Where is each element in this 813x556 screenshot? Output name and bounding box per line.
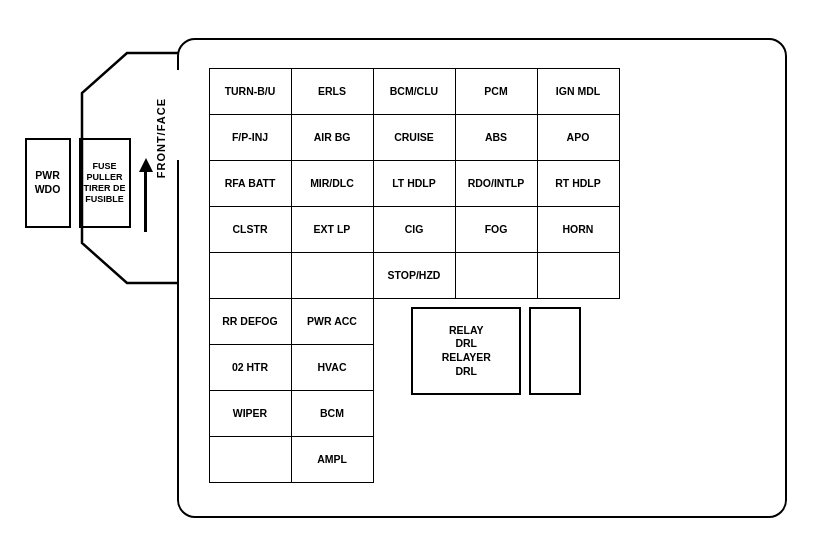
cell-apo: APO <box>537 115 619 161</box>
cell-stop-hzd: STOP/HZD <box>373 253 455 299</box>
cell-empty-r9c1 <box>209 437 291 483</box>
fuse-diagram: PWR WDO FUSE PULLERTIRER DEFUSIBLE FRONT… <box>17 18 797 538</box>
cell-pwr-acc: PWR ACC <box>291 299 373 345</box>
arrow-indicator <box>139 158 153 232</box>
cell-turn-bu: TURN-B/U <box>209 69 291 115</box>
small-relay-box <box>529 307 581 395</box>
cell-fog: FOG <box>455 207 537 253</box>
cell-ign-mdl: IGN MDL <box>537 69 619 115</box>
main-fuse-box: TURN-B/U ERLS BCM/CLU PCM IGN MDL F/P-IN… <box>177 38 787 518</box>
front-face-label: FRONT/FACE <box>155 98 167 178</box>
cell-clstr: CLSTR <box>209 207 291 253</box>
arrow-head <box>139 158 153 172</box>
fuse-puller-box: FUSE PULLERTIRER DEFUSIBLE <box>79 138 131 228</box>
cell-cruise: CRUISE <box>373 115 455 161</box>
cell-ampl: AMPL <box>291 437 373 483</box>
pwr-wdo-label: PWR WDO <box>27 169 69 196</box>
cell-empty-r5c1 <box>209 253 291 299</box>
cell-rt-hdlp: RT HDLP <box>537 161 619 207</box>
cell-rr-defog: RR DEFOG <box>209 299 291 345</box>
cell-cig: CIG <box>373 207 455 253</box>
cell-hvac: HVAC <box>291 345 373 391</box>
fuse-puller-label: FUSE PULLERTIRER DEFUSIBLE <box>81 161 129 204</box>
arrow-shaft <box>144 172 147 232</box>
cell-rfa-batt: RFA BATT <box>209 161 291 207</box>
cell-air-bg: AIR BG <box>291 115 373 161</box>
cell-mir-dlc: MIR/DLC <box>291 161 373 207</box>
cell-horn: HORN <box>537 207 619 253</box>
cell-bcm-clu: BCM/CLU <box>373 69 455 115</box>
cell-bcm: BCM <box>291 391 373 437</box>
cell-empty-r5c5 <box>537 253 619 299</box>
cell-lt-hdlp: LT HDLP <box>373 161 455 207</box>
cell-wiper: WIPER <box>209 391 291 437</box>
pwr-wdo-box: PWR WDO <box>25 138 71 228</box>
relay-drl-box: RELAYDRLRELAYERDRL <box>411 307 521 395</box>
relay-drl-label: RELAYDRLRELAYERDRL <box>442 324 491 379</box>
cell-02-htr: 02 HTR <box>209 345 291 391</box>
fuse-table: TURN-B/U ERLS BCM/CLU PCM IGN MDL F/P-IN… <box>209 68 620 483</box>
cell-fp-inj: F/P-INJ <box>209 115 291 161</box>
cell-empty-r5c2 <box>291 253 373 299</box>
cell-erls: ERLS <box>291 69 373 115</box>
cell-abs: ABS <box>455 115 537 161</box>
cell-rdo-intlp: RDO/INTLP <box>455 161 537 207</box>
cell-pcm: PCM <box>455 69 537 115</box>
cell-empty-r5c4 <box>455 253 537 299</box>
cell-ext-lp: EXT LP <box>291 207 373 253</box>
